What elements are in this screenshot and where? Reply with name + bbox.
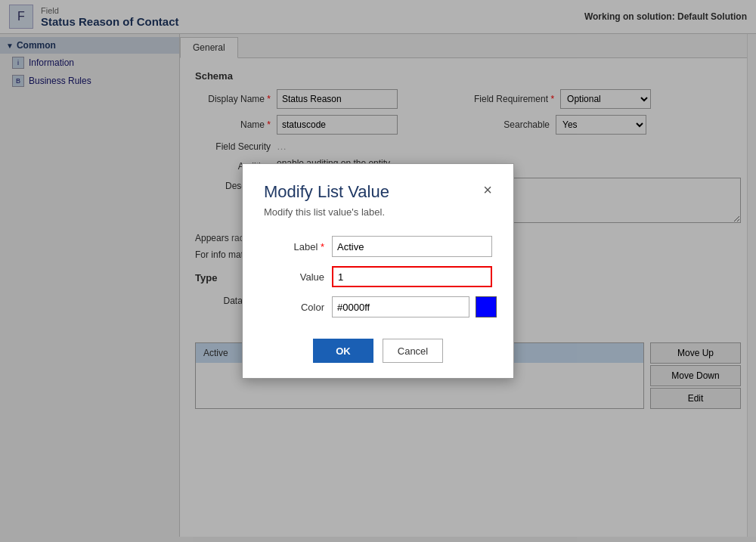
- modal-value-input[interactable]: [332, 266, 492, 287]
- ok-button[interactable]: OK: [313, 339, 373, 363]
- modal-subtitle: Modify this list value's label.: [264, 206, 492, 218]
- modal-footer: OK Cancel: [264, 339, 492, 363]
- modal-label-row: Label *: [264, 236, 492, 257]
- modal-color-group: [332, 296, 497, 317]
- modal-label-field-label: Label *: [264, 241, 324, 252]
- modal-header: Modify List Value ×: [264, 182, 492, 202]
- color-swatch[interactable]: [476, 296, 497, 317]
- modify-list-value-modal: Modify List Value × Modify this list val…: [242, 163, 514, 379]
- modal-color-field-label: Color: [264, 302, 324, 313]
- cancel-button[interactable]: Cancel: [383, 339, 443, 363]
- modal-close-button[interactable]: ×: [483, 182, 492, 197]
- modal-value-field-label: Value: [264, 271, 324, 283]
- modal-color-row: Color: [264, 296, 492, 317]
- modal-label-input[interactable]: [332, 236, 492, 257]
- modal-title: Modify List Value: [264, 182, 389, 202]
- modal-value-row: Value: [264, 266, 492, 287]
- modal-overlay: Modify List Value × Modify this list val…: [0, 0, 756, 542]
- modal-color-input[interactable]: [332, 296, 469, 317]
